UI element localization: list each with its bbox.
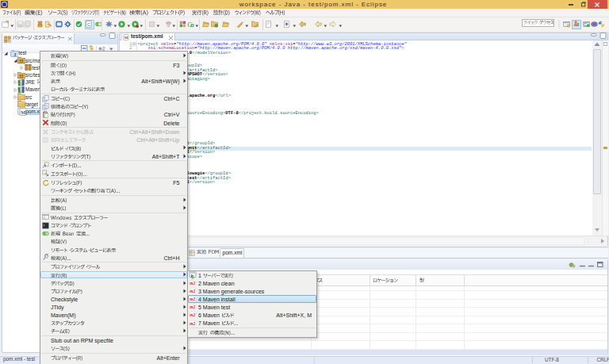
svg-text:m2: m2 xyxy=(190,312,195,317)
svg-text:m2: m2 xyxy=(190,280,195,285)
svg-text:C: C xyxy=(87,22,90,27)
svg-text:J: J xyxy=(13,52,17,57)
svg-text:M: M xyxy=(124,36,128,40)
svg-text:m2: m2 xyxy=(190,289,195,293)
svg-text:M: M xyxy=(21,109,25,114)
svg-text:J: J xyxy=(576,21,579,27)
svg-text:m2: m2 xyxy=(190,297,195,301)
svg-text:m2: m2 xyxy=(190,305,195,309)
svg-text:m2: m2 xyxy=(190,320,195,325)
